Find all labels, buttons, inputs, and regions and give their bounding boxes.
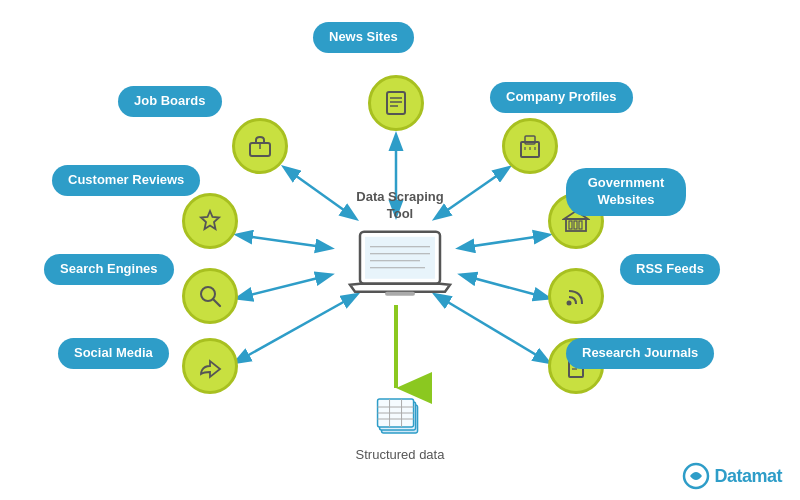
svg-rect-39 bbox=[574, 221, 577, 229]
pill-customer-reviews: Customer Reviews bbox=[52, 165, 200, 196]
diagram-container: Data Scraping Tool bbox=[0, 0, 800, 500]
node-job-boards bbox=[232, 118, 288, 174]
svg-rect-25 bbox=[387, 92, 405, 114]
pill-job-boards: Job Boards bbox=[118, 86, 222, 117]
datamat-logo-icon bbox=[682, 462, 710, 490]
svg-line-6 bbox=[462, 275, 548, 298]
svg-rect-16 bbox=[385, 292, 415, 296]
pill-rss-feeds: RSS Feeds bbox=[620, 254, 720, 285]
svg-marker-36 bbox=[201, 211, 219, 229]
laptop-label: Data Scraping Tool bbox=[356, 189, 443, 223]
pill-government-sites: Government Websites bbox=[566, 168, 686, 216]
laptop-icon bbox=[345, 227, 455, 307]
node-social-media bbox=[182, 338, 238, 394]
pill-research-journals: Research Journals bbox=[566, 338, 714, 369]
pill-search-engines: Search Engines bbox=[44, 254, 174, 285]
svg-point-44 bbox=[567, 301, 572, 306]
pill-social-media: Social Media bbox=[58, 338, 169, 369]
structured-data: Structured data bbox=[356, 387, 445, 462]
datamat-logo: Datamat bbox=[682, 462, 782, 490]
svg-rect-11 bbox=[365, 237, 435, 279]
node-company-profiles bbox=[502, 118, 558, 174]
pill-news-sites: News Sites bbox=[313, 22, 414, 53]
datamat-logo-text: Datamat bbox=[714, 466, 782, 487]
svg-rect-40 bbox=[579, 221, 582, 229]
svg-line-5 bbox=[238, 275, 330, 298]
svg-rect-38 bbox=[569, 221, 572, 229]
pill-company-profiles: Company Profiles bbox=[490, 82, 633, 113]
structured-data-icon bbox=[372, 387, 428, 443]
svg-line-43 bbox=[213, 299, 220, 306]
laptop-center: Data Scraping Tool bbox=[345, 189, 455, 307]
node-customer-reviews bbox=[182, 193, 238, 249]
node-rss-feeds bbox=[548, 268, 604, 324]
svg-line-4 bbox=[460, 235, 548, 248]
svg-line-7 bbox=[236, 295, 356, 362]
svg-line-3 bbox=[238, 235, 330, 248]
node-news-sites bbox=[368, 75, 424, 131]
node-search-engines bbox=[182, 268, 238, 324]
structured-data-label: Structured data bbox=[356, 447, 445, 462]
